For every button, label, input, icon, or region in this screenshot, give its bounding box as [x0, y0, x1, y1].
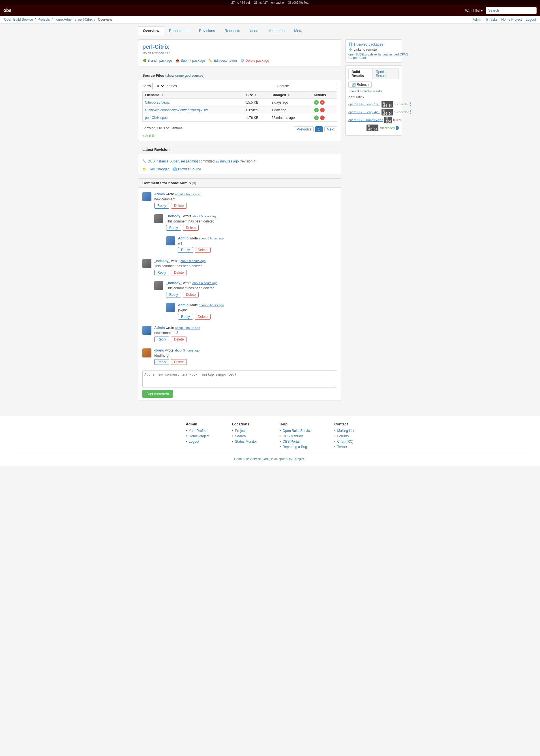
filename-col-header[interactable]: Filename ⇕	[143, 92, 244, 99]
tab-overview[interactable]: Overview	[138, 26, 164, 35]
comment-author-link[interactable]: Admin	[178, 236, 189, 240]
delete-button[interactable]: Delete	[171, 336, 187, 342]
tab-users[interactable]: Users	[245, 26, 264, 35]
logout-link[interactable]: Logout	[526, 18, 536, 22]
reply-button[interactable]: Reply	[154, 359, 169, 365]
search-input[interactable]	[486, 7, 537, 14]
tab-revisions[interactable]: Revisions	[194, 26, 219, 35]
branch-package-link[interactable]: 🌿 Branch package	[142, 59, 172, 63]
rpmlint-results-tab[interactable]: Rpmlint Results	[373, 68, 399, 79]
comment-author-link[interactable]: dkang	[154, 348, 164, 352]
comment-author-link[interactable]: _nobody_	[166, 281, 182, 285]
reply-button[interactable]: Reply	[166, 292, 181, 298]
footer-link-manuals[interactable]: OBS Manuals	[282, 434, 303, 438]
build-info-icon[interactable]: i	[396, 126, 399, 130]
refresh-button[interactable]: 🔄 Refresh	[348, 81, 372, 88]
delete-button[interactable]: Delete	[171, 203, 187, 208]
breadcrumb-obs[interactable]: Open Build Service	[4, 18, 33, 22]
comment-time-link[interactable]: about 9 hours ago	[175, 326, 200, 329]
file-add-btn[interactable]: +	[314, 108, 319, 112]
comment-time-link[interactable]: about 5 hours ago	[193, 214, 218, 218]
build-results-tab[interactable]: Build Results	[348, 68, 373, 79]
comment-time-link[interactable]: about 3 hours ago	[174, 349, 200, 352]
comment-time-link[interactable]: about 6 hours ago	[199, 304, 224, 307]
reply-button[interactable]: Reply	[154, 270, 169, 275]
build-distro-link[interactable]: openSUSE_Tumbleweed	[348, 118, 383, 122]
delete-button[interactable]: Delete	[171, 359, 187, 365]
footer-link-profile[interactable]: Your Profile	[189, 429, 206, 433]
footer-link-projects[interactable]: Projects	[235, 429, 247, 433]
comment-author-link[interactable]: Admin	[154, 326, 165, 330]
delete-button[interactable]: Delete	[183, 292, 199, 298]
reply-button[interactable]: Reply	[178, 247, 193, 253]
prev-page-button[interactable]: Previous	[294, 126, 314, 132]
browse-source-link[interactable]: 🌐 Browse Source	[173, 167, 201, 171]
user-tasks-link[interactable]: 5 Tasks	[486, 18, 497, 22]
file-add-btn[interactable]: +	[314, 115, 319, 120]
page-1-button[interactable]: 1	[315, 126, 322, 132]
file-link-spec[interactable]: perl-Citrix.spec	[145, 116, 168, 120]
footer-link-home-project[interactable]: Home Project	[189, 434, 209, 438]
footer-obs-link[interactable]: Open Build Service (OBS)	[234, 457, 270, 460]
user-admin-link[interactable]: Admin	[472, 18, 482, 22]
edit-description-link[interactable]: ✏️ Edit description	[208, 59, 237, 63]
show-unmerged-link[interactable]: (show unmerged sources)	[165, 73, 204, 77]
revision-actor-link[interactable]: OBS Instance Superuser (Admin)	[147, 159, 198, 163]
file-link-citrix[interactable]: Citrix-0.25.tar.gz	[145, 100, 170, 104]
footer-link-irc[interactable]: Chat (IRC)	[338, 440, 353, 443]
entries-select[interactable]: 10 25 50	[153, 83, 165, 89]
file-add-btn[interactable]: +	[314, 100, 319, 105]
footer-link-mailing[interactable]: Mailing List	[338, 429, 354, 433]
home-project-link[interactable]: Home Project	[501, 18, 522, 22]
tab-meta[interactable]: Meta	[289, 26, 307, 35]
changed-col-header[interactable]: Changed ⇕	[269, 92, 311, 99]
next-page-button[interactable]: Next	[324, 126, 337, 132]
comment-time-link[interactable]: about 9 hours ago	[175, 192, 200, 196]
build-info-icon[interactable]: i	[410, 102, 411, 106]
file-link-txt[interactable]: fiuchewro conasdewrw erweqrqwerqw .txt	[145, 108, 208, 112]
add-comment-button[interactable]: Add comment	[142, 390, 173, 398]
build-distro-link[interactable]: openSUSE_Leap_15.0	[348, 102, 380, 106]
footer-link-forums[interactable]: Forums	[338, 434, 349, 438]
breadcrumb-home-admin[interactable]: home:Admin	[54, 18, 73, 22]
build-info-icon[interactable]: i	[410, 110, 411, 114]
file-remove-btn[interactable]: −	[320, 115, 325, 120]
delete-button[interactable]: Delete	[183, 225, 199, 231]
tab-repositories[interactable]: Repositories	[164, 26, 194, 35]
new-comment-textarea[interactable]	[142, 370, 337, 388]
footer-link-search[interactable]: Search	[235, 434, 246, 438]
footer-link-reporting[interactable]: Reporting a Bug	[282, 445, 307, 449]
comment-author-link[interactable]: Admin	[154, 192, 165, 196]
files-changed-link[interactable]: 📁 Files Changed	[142, 167, 170, 171]
build-distro-link[interactable]: openSUSE_Leap_42.3	[348, 110, 380, 114]
comment-time-link[interactable]: about 9 hours ago	[181, 259, 206, 263]
delete-package-link[interactable]: 🗑️ Delete package	[240, 59, 269, 63]
remote-path-link[interactable]: openSUSE.org:devel:languages:perl:CPAN-C…	[348, 53, 409, 60]
size-col-header[interactable]: Size ⇕	[244, 92, 269, 99]
comment-author-link[interactable]: _nobody_	[154, 259, 170, 263]
tab-requests[interactable]: Requests	[219, 26, 245, 35]
files-search-input[interactable]	[291, 83, 337, 89]
delete-button[interactable]: Delete	[171, 270, 187, 275]
comment-author-link[interactable]: Admin	[178, 303, 189, 307]
file-remove-btn[interactable]: −	[320, 108, 325, 112]
footer-link-logout[interactable]: Logout	[189, 440, 199, 443]
comment-time-link[interactable]: about 5 hours ago	[199, 237, 224, 240]
revision-time-link[interactable]: 22 minutes ago	[215, 159, 239, 163]
build-info-icon[interactable]: i	[402, 118, 402, 122]
footer-link-portal[interactable]: OBS Portal	[282, 440, 300, 443]
submit-package-link[interactable]: 📤 Submit package	[176, 59, 205, 63]
footer-opensuse-link[interactable]: openSUSE project	[279, 457, 304, 460]
file-remove-btn[interactable]: −	[320, 100, 325, 105]
breadcrumb-projects[interactable]: Projects	[38, 18, 50, 22]
comment-time-link[interactable]: about 6 hours ago	[193, 281, 218, 285]
reply-button[interactable]: Reply	[166, 225, 181, 231]
obs-logo[interactable]: obs	[3, 8, 11, 13]
add-file-link[interactable]: + Add file	[142, 134, 157, 138]
watchlist-button[interactable]: Watchlist ▾	[465, 9, 483, 13]
derived-packages-link[interactable]: 1 derived packages	[353, 43, 383, 47]
footer-link-obs[interactable]: Open Build Service	[282, 429, 312, 433]
delete-button[interactable]: Delete	[195, 314, 211, 319]
reply-button[interactable]: Reply	[178, 314, 193, 319]
tab-attributes[interactable]: Attributes	[264, 26, 289, 35]
